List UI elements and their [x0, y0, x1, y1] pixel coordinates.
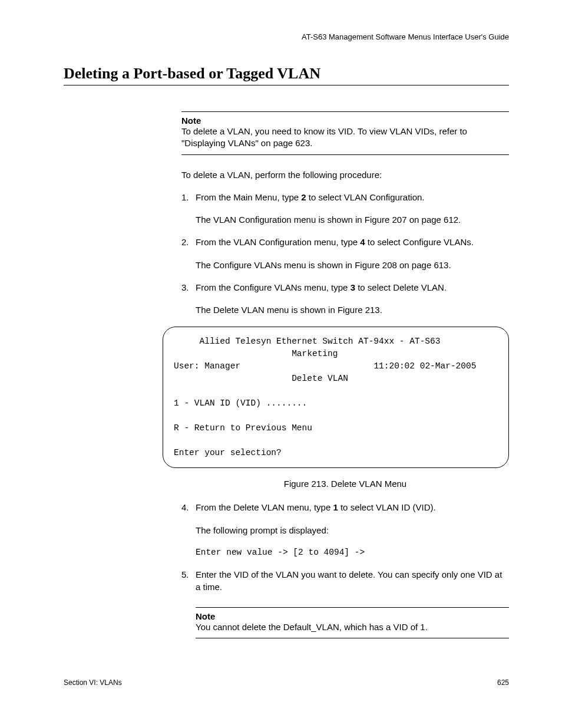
step-text-post: to select VLAN Configuration. — [306, 192, 425, 202]
figure-caption: Figure 213. Delete VLAN Menu — [181, 479, 509, 489]
step-1: 1. From the Main Menu, type 2 to select … — [181, 192, 509, 203]
step-text-post: to select VLAN ID (VID). — [338, 502, 436, 512]
header-guide-title: AT-S63 Management Software Menus Interfa… — [64, 32, 509, 41]
note-label: Note — [181, 116, 509, 126]
note-text: You cannot delete the Default_VLAN, whic… — [196, 621, 509, 633]
terminal-timestamp: 11:20:02 02-Mar-2005 — [373, 361, 476, 371]
step-4-sub: The following prompt is displayed: — [196, 525, 509, 536]
terminal-screen: Allied Telesyn Ethernet Switch AT-94xx -… — [163, 327, 509, 468]
step-text-post: to select Delete VLAN. — [355, 282, 447, 292]
footer-page-number: 625 — [497, 678, 509, 687]
terminal-line: Enter your selection? — [174, 448, 282, 457]
step-bold: 2 — [301, 192, 306, 202]
content-block: Note To delete a VLAN, you need to know … — [181, 111, 509, 638]
step-text-pre: From the Main Menu, type — [196, 192, 301, 202]
step-4: 4. From the Delete VLAN menu, type 1 to … — [181, 502, 509, 513]
step-2-sub: The Configure VLANs menu is shown in Fig… — [196, 259, 509, 271]
terminal-line: Delete VLAN — [174, 374, 348, 383]
step-text-pre: From the VLAN Configuration menu, type — [196, 237, 360, 247]
section-title: Deleting a Port-based or Tagged VLAN — [64, 65, 509, 85]
terminal-line: Allied Telesyn Ethernet Switch AT-94xx -… — [174, 337, 440, 346]
terminal-line: Marketing — [174, 349, 338, 358]
footer: Section VI: VLANs 625 — [64, 678, 509, 687]
step-text-pre: From the Delete VLAN menu, type — [196, 502, 333, 512]
terminal-line: 1 - VLAN ID (VID) ........ — [174, 398, 307, 408]
step-bold: 1 — [333, 502, 338, 512]
step-body: From the Configure VLANs menu, type 3 to… — [196, 282, 509, 294]
step-number: 2. — [181, 236, 196, 248]
step-3-sub: The Delete VLAN menu is shown in Figure … — [196, 304, 509, 316]
note-box-1: Note To delete a VLAN, you need to know … — [181, 111, 509, 155]
step-1-sub: The VLAN Configuration menu is shown in … — [196, 214, 509, 226]
step-number: 3. — [181, 282, 196, 294]
terminal-line: R - Return to Previous Menu — [174, 423, 312, 433]
page: AT-S63 Management Software Menus Interfa… — [0, 0, 562, 728]
step-number: 1. — [181, 192, 196, 203]
terminal-user: User: Manager — [174, 361, 240, 371]
step-text-post: to select Configure VLANs. — [365, 237, 474, 247]
step-text-pre: From the Configure VLANs menu, type — [196, 282, 351, 292]
step-bold: 4 — [360, 237, 365, 247]
step-body: Enter the VID of the VLAN you want to de… — [196, 569, 509, 593]
note-box-2: Note You cannot delete the Default_VLAN,… — [196, 607, 509, 638]
footer-section: Section VI: VLANs — [64, 678, 122, 687]
step-body: From the VLAN Configuration menu, type 4… — [196, 236, 509, 248]
step-body: From the Main Menu, type 2 to select VLA… — [196, 192, 509, 203]
intro-paragraph: To delete a VLAN, perform the following … — [181, 169, 509, 181]
step-body: From the Delete VLAN menu, type 1 to sel… — [196, 502, 509, 513]
note-text: To delete a VLAN, you need to know its V… — [181, 126, 509, 150]
step-number: 5. — [181, 569, 196, 593]
step-4-prompt: Enter new value -> [2 to 4094] -> — [196, 547, 509, 559]
step-5: 5. Enter the VID of the VLAN you want to… — [181, 569, 509, 593]
step-2: 2. From the VLAN Configuration menu, typ… — [181, 236, 509, 248]
step-bold: 3 — [351, 282, 355, 292]
step-3: 3. From the Configure VLANs menu, type 3… — [181, 282, 509, 294]
note-label: Note — [196, 611, 509, 621]
step-number: 4. — [181, 502, 196, 513]
